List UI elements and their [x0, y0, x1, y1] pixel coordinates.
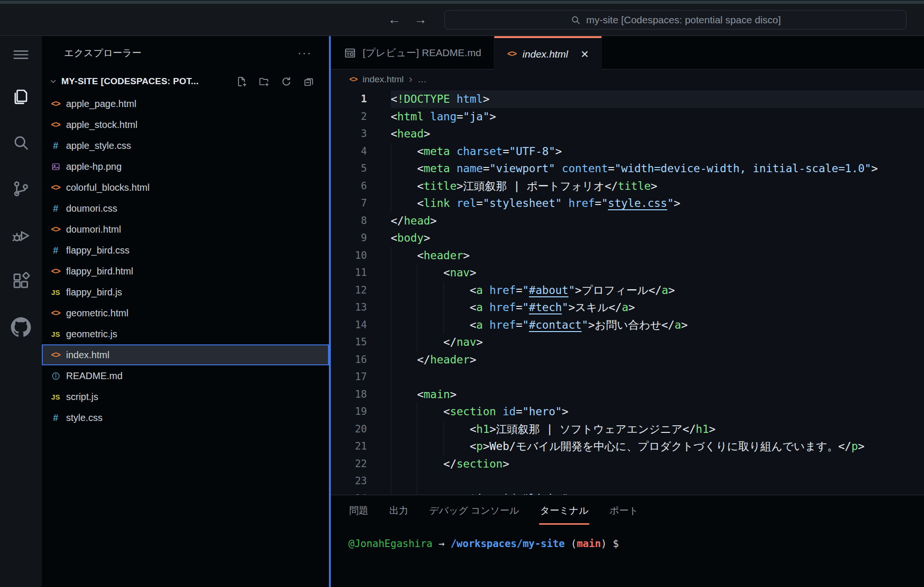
code-line-content: <h1>江頭叙那 | ソフトウェアエンジニア</h1>	[391, 421, 924, 438]
line-number: 3	[331, 125, 367, 143]
code-line-14: 14 <a href="#contact">お問い合わせ</a>	[331, 316, 924, 334]
file-name: doumori.css	[66, 203, 117, 214]
menu-button[interactable]	[0, 36, 42, 73]
workbench: エクスプローラー ··· MY-SITE [CODESPACES: POT...…	[0, 36, 924, 587]
code-line-15: 15 </nav>	[331, 333, 924, 351]
extensions-icon	[11, 271, 31, 291]
code-line-content: <body>	[391, 229, 924, 247]
code-editor[interactable]: 1<!DOCTYPE html>2<html lang="ja">3<head>…	[331, 89, 924, 495]
file-name: flappy_bird.css	[66, 245, 129, 256]
tab-index-html[interactable]: <>index.html×	[494, 36, 602, 70]
line-number: 9	[331, 229, 367, 247]
code-line-13: 13 <a href="#tech">スキル</a>	[331, 299, 924, 316]
breadcrumb-file[interactable]: index.html	[363, 74, 404, 85]
tree-item-script.js[interactable]: JSscript.js	[42, 386, 329, 407]
tree-item-style.css[interactable]: #style.css	[42, 407, 329, 428]
explorer-view-button[interactable]	[0, 73, 42, 119]
close-tab-icon[interactable]: ×	[581, 48, 588, 61]
panel-tab-output[interactable]: 出力	[388, 495, 409, 526]
css-file-icon: #	[48, 245, 63, 256]
tree-item-flappy_bird.css[interactable]: #flappy_bird.css	[42, 240, 329, 261]
panel-tab-terminal[interactable]: ターミナル	[539, 495, 589, 526]
code-line-content	[391, 368, 924, 386]
line-number: 23	[331, 472, 367, 490]
collapse-folders-button[interactable]	[303, 76, 315, 88]
code-line-content: <title>江頭叙那 | ポートフォリオ</title>	[391, 177, 924, 195]
explorer-title: エクスプローラー	[64, 47, 142, 59]
refresh-explorer-button[interactable]	[280, 76, 292, 88]
code-line-content: </head>	[391, 212, 924, 230]
code-line-content: <meta charset="UTF-8">	[391, 143, 924, 160]
tree-item-doumori.css[interactable]: #doumori.css	[42, 198, 329, 219]
extensions-view-button[interactable]	[0, 258, 42, 304]
file-name: apple_style.css	[66, 140, 131, 151]
code-line-3: 3<head>	[331, 125, 924, 143]
panel-tab-debug-console[interactable]: デバッグ コンソール	[428, 495, 520, 526]
html-file-icon: <>	[349, 75, 357, 84]
code-line-content: <link rel="stylesheet" href="style.css">	[391, 195, 924, 212]
back-arrow-button[interactable]: ←	[388, 13, 401, 26]
file-name: geometric.js	[66, 329, 117, 340]
html-file-icon: <>	[48, 99, 63, 109]
tree-item-index.html[interactable]: <>index.html	[42, 344, 329, 365]
tab-readme-preview[interactable]: [プレビュー] README.md	[331, 36, 494, 69]
js-file-icon: JS	[48, 393, 63, 401]
bottom-panel: 問題出力デバッグ コンソールターミナルポート @JonahEgashira → …	[331, 495, 924, 587]
line-number: 21	[331, 438, 367, 455]
breadcrumb-more[interactable]: …	[418, 74, 427, 85]
file-name: style.css	[66, 412, 103, 423]
file-name: script.js	[66, 391, 98, 402]
code-line-content: </header>	[391, 351, 924, 369]
new-folder-button[interactable]	[258, 76, 270, 88]
tree-item-flappy_bird.js[interactable]: JSflappy_bird.js	[42, 282, 329, 303]
refresh-icon	[280, 76, 292, 88]
code-line-content: <a href="#tech">スキル</a>	[391, 299, 924, 316]
tree-item-apple-hp.png[interactable]: apple-hp.png	[42, 156, 329, 177]
search-view-button[interactable]	[0, 119, 42, 166]
tree-item-geometric.js[interactable]: JSgeometric.js	[42, 323, 329, 344]
line-number: 13	[331, 299, 367, 316]
line-number: 17	[331, 368, 367, 386]
source-control-view-button[interactable]	[0, 166, 42, 212]
tab-label: index.html	[522, 49, 568, 60]
tree-item-flappy_bird.html[interactable]: <>flappy_bird.html	[42, 261, 329, 282]
sidebar-header: エクスプローラー ···	[42, 36, 329, 69]
file-name: doumori.html	[66, 224, 121, 235]
code-line-1: 1<!DOCTYPE html>	[331, 90, 924, 108]
tree-item-doumori.html[interactable]: <>doumori.html	[42, 219, 329, 240]
file-name: flappy_bird.html	[66, 266, 133, 277]
tree-item-README.md[interactable]: README.md	[42, 365, 329, 386]
code-line-4: 4 <meta charset="UTF-8">	[331, 143, 924, 160]
forward-arrow-button[interactable]: →	[414, 13, 427, 26]
file-name: apple_page.html	[66, 98, 136, 109]
github-view-button[interactable]	[0, 304, 42, 350]
tree-item-apple_style.css[interactable]: #apple_style.css	[42, 135, 329, 156]
line-number: 8	[331, 212, 367, 230]
tree-item-apple_stock.html[interactable]: <>apple_stock.html	[42, 114, 329, 135]
terminal[interactable]: @JonahEgashira → /workspaces/my-site (ma…	[348, 538, 924, 549]
more-actions-icon[interactable]: ···	[298, 46, 312, 59]
search-icon	[11, 133, 31, 153]
code-line-12: 12 <a href="#about">プロフィール</a>	[331, 282, 924, 299]
tree-item-geometric.html[interactable]: <>geometric.html	[42, 303, 329, 323]
run-debug-icon	[11, 225, 31, 245]
line-number: 4	[331, 143, 367, 160]
new-file-button[interactable]	[236, 76, 248, 88]
line-number: 19	[331, 403, 367, 421]
tree-item-apple_page.html[interactable]: <>apple_page.html	[42, 93, 329, 114]
line-number: 18	[331, 386, 367, 403]
editor-area: [プレビュー] README.md<>index.html× <> index.…	[331, 36, 924, 587]
panel-tab-ports[interactable]: ポート	[608, 495, 639, 526]
run-debug-view-button[interactable]	[0, 212, 42, 258]
code-line-16: 16 </header>	[331, 351, 924, 369]
workspace-section-label: MY-SITE [CODESPACES: POT...	[61, 76, 199, 87]
panel-tab-problems[interactable]: 問題	[348, 495, 369, 526]
line-number: 14	[331, 316, 367, 334]
css-file-icon: #	[48, 140, 63, 151]
collapse-all-icon	[303, 76, 315, 88]
command-center-search[interactable]: my-site [Codespaces: potential space dis…	[444, 10, 906, 29]
workspace-section-header[interactable]: MY-SITE [CODESPACES: POT...	[42, 69, 329, 93]
tree-item-colorful_blocks.html[interactable]: <>colorful_blocks.html	[42, 177, 329, 198]
file-name: README.md	[66, 371, 123, 382]
command-center-label: my-site [Codespaces: potential space dis…	[586, 14, 781, 26]
